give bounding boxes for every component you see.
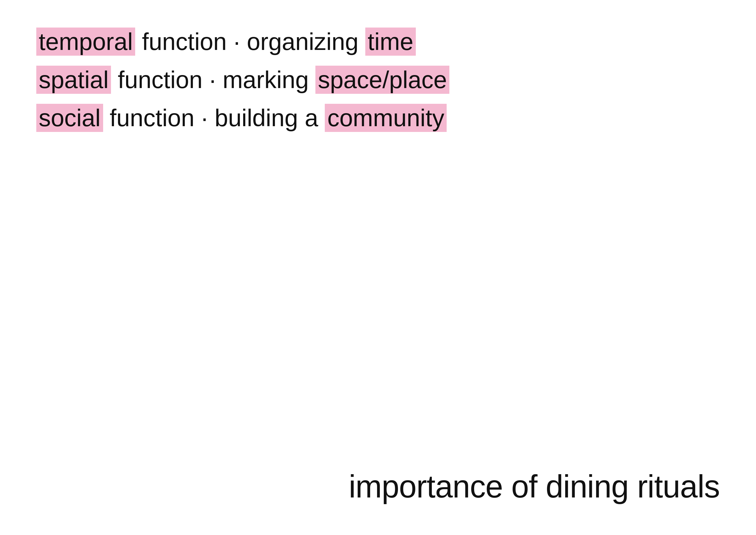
line-1-text: temporal function · organizing time (36, 27, 416, 56)
line-3: social function · building a community (36, 103, 449, 132)
highlight-space-place: space/place (315, 66, 449, 94)
line-2: spatial function · marking space/place (36, 65, 449, 95)
highlight-community: community (325, 104, 446, 132)
highlight-social: social (36, 104, 103, 132)
highlight-temporal: temporal (36, 28, 135, 56)
line-1: temporal function · organizing time (36, 27, 449, 56)
line-2-middle: function · marking (118, 66, 315, 93)
highlight-spatial: spatial (36, 66, 111, 94)
line-2-text: spatial function · marking space/place (36, 65, 449, 95)
bottom-title: importance of dining rituals (349, 468, 720, 505)
line-3-text: social function · building a community (36, 103, 446, 132)
line-3-middle: function · building a (110, 104, 325, 131)
main-content: temporal function · organizing time spat… (36, 27, 449, 142)
line-1-middle: function · organizing (142, 28, 365, 55)
highlight-time: time (365, 28, 416, 56)
